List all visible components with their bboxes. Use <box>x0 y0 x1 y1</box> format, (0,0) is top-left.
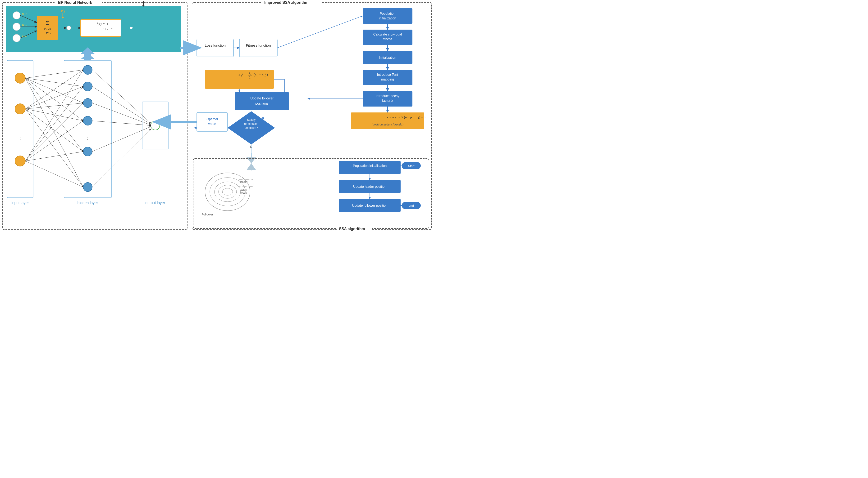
svg-point-41 <box>83 82 92 91</box>
svg-rect-88 <box>363 70 412 85</box>
svg-rect-144 <box>197 112 227 131</box>
svg-point-47 <box>151 121 160 130</box>
svg-text:i-1: i-1 <box>264 74 267 77</box>
svg-text:i: i <box>418 117 419 120</box>
svg-point-163 <box>210 177 245 206</box>
svg-marker-158 <box>247 158 256 163</box>
svg-point-45 <box>83 182 92 192</box>
svg-text:mapping: mapping <box>381 77 394 81</box>
svg-text:) + lb: ) + lb <box>419 115 426 119</box>
svg-text:Optimal: Optimal <box>207 117 218 121</box>
svg-line-156 <box>315 99 351 121</box>
svg-text:Population initialization: Population initialization <box>353 164 386 168</box>
svg-rect-2 <box>55 0 102 5</box>
svg-text:condition?: condition? <box>245 126 258 130</box>
svg-line-70 <box>92 127 151 151</box>
svg-point-42 <box>83 99 92 107</box>
svg-rect-160 <box>193 159 429 229</box>
svg-text:Calculate individual: Calculate individual <box>373 32 402 36</box>
svg-text:f(x) =: f(x) = <box>97 22 105 26</box>
svg-text:ij: ij <box>50 31 51 34</box>
svg-text:x: x <box>386 115 389 119</box>
svg-text:= y: = y <box>392 115 397 119</box>
svg-point-38 <box>15 156 25 166</box>
svg-text:1: 1 <box>107 22 108 26</box>
svg-rect-34 <box>64 60 112 198</box>
svg-text:Loss function: Loss function <box>205 43 226 47</box>
svg-text:Introduce decay: Introduce decay <box>376 94 399 98</box>
svg-point-166 <box>222 188 233 195</box>
svg-point-164 <box>215 182 241 202</box>
input-layer-label: input layer <box>11 201 29 205</box>
svg-rect-117 <box>235 92 289 110</box>
svg-rect-33 <box>7 60 33 198</box>
svg-marker-5 <box>142 5 145 7</box>
svg-rect-181 <box>339 199 401 212</box>
svg-point-165 <box>219 185 237 198</box>
main-container: spacer BP Neural Network W₁ⱼ W₂ⱼ W₃ⱼ Σ i… <box>0 0 434 239</box>
diagram-svg: spacer BP Neural Network W₁ⱼ W₂ⱼ W₃ⱼ Σ i… <box>0 0 434 239</box>
svg-text:j: j <box>265 73 266 75</box>
svg-text:Y: Y <box>212 126 215 130</box>
svg-rect-0 <box>2 2 187 230</box>
svg-line-52 <box>25 78 83 151</box>
svg-line-64 <box>25 151 83 161</box>
svg-point-162 <box>205 173 250 211</box>
svg-marker-137 <box>227 111 275 144</box>
svg-text:positions: positions <box>255 102 268 105</box>
svg-text:- lb: - lb <box>411 115 415 119</box>
svg-line-14 <box>20 31 37 38</box>
svg-text:Initialization: Initialization <box>379 56 396 60</box>
svg-point-44 <box>83 147 92 156</box>
svg-line-63 <box>25 121 83 161</box>
svg-point-37 <box>15 104 25 114</box>
svg-text:W₃ⱼ: W₃ⱼ <box>22 35 27 38</box>
svg-line-61 <box>25 87 83 161</box>
svg-line-115 <box>277 16 363 48</box>
svg-line-66 <box>92 70 151 123</box>
svg-text:factor λ: factor λ <box>382 99 393 103</box>
svg-line-58 <box>25 109 83 151</box>
svg-text:fitness: fitness <box>383 37 392 41</box>
svg-line-53 <box>25 78 83 187</box>
svg-text:+ x: + x <box>259 73 264 76</box>
svg-marker-187 <box>247 163 256 170</box>
svg-rect-35 <box>142 102 168 149</box>
svg-rect-73 <box>84 53 91 60</box>
svg-rect-120 <box>205 70 274 89</box>
svg-line-51 <box>25 78 83 121</box>
svg-text:θⱼ: θⱼ <box>61 8 65 13</box>
svg-rect-183 <box>402 202 421 209</box>
svg-text:spacer: spacer <box>50 1 51 2</box>
svg-marker-72 <box>81 53 95 59</box>
svg-line-59 <box>25 109 83 187</box>
svg-text:x: x <box>239 73 240 76</box>
svg-rect-161 <box>337 227 372 231</box>
svg-text:value: value <box>208 122 216 126</box>
ssa-title: SSA algorithm <box>339 227 365 231</box>
svg-line-54 <box>25 70 83 109</box>
svg-line-50 <box>25 78 83 103</box>
svg-line-48 <box>25 70 83 78</box>
svg-line-69 <box>92 121 151 126</box>
svg-text:2: 2 <box>249 76 251 79</box>
svg-line-62 <box>25 103 83 161</box>
svg-text:W: W <box>46 31 49 35</box>
svg-text:λ: λ <box>249 72 251 75</box>
svg-text:j: j <box>391 115 391 118</box>
svg-point-40 <box>83 65 92 74</box>
svg-text:i: i <box>390 117 390 120</box>
svg-text:j: j <box>242 73 243 75</box>
svg-line-68 <box>92 103 151 125</box>
svg-rect-92 <box>363 91 412 106</box>
bp-nn-title: BP Neural Network <box>58 0 92 4</box>
svg-text:Follower: Follower <box>202 213 213 216</box>
svg-text:j: j <box>399 115 400 118</box>
svg-text:i: i <box>241 74 242 77</box>
svg-rect-175 <box>339 161 401 174</box>
svg-point-43 <box>83 116 92 125</box>
svg-point-6 <box>13 11 20 19</box>
svg-rect-110 <box>197 39 234 57</box>
svg-marker-22 <box>62 17 64 19</box>
svg-line-71 <box>92 129 151 187</box>
